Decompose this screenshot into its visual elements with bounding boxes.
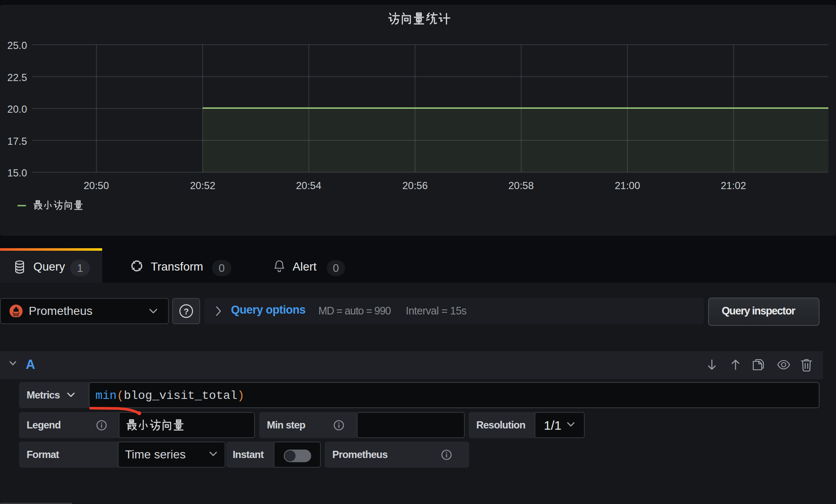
svg-text:21:00: 21:00 — [615, 180, 640, 191]
svg-text:20:58: 20:58 — [508, 180, 534, 191]
svg-text:17.5: 17.5 — [7, 135, 27, 147]
svg-text:20:56: 20:56 — [402, 180, 428, 191]
svg-text:20.0: 20.0 — [7, 103, 27, 115]
svg-text:22.5: 22.5 — [7, 72, 27, 83]
svg-text:?: ? — [184, 307, 189, 316]
svg-text:15.0: 15.0 — [7, 167, 27, 179]
svg-text:20:54: 20:54 — [296, 180, 321, 191]
svg-text:25.0: 25.0 — [7, 40, 27, 51]
svg-text:20:52: 20:52 — [190, 180, 215, 191]
svg-text:20:50: 20:50 — [84, 180, 109, 191]
svg-text:21:02: 21:02 — [721, 180, 746, 191]
